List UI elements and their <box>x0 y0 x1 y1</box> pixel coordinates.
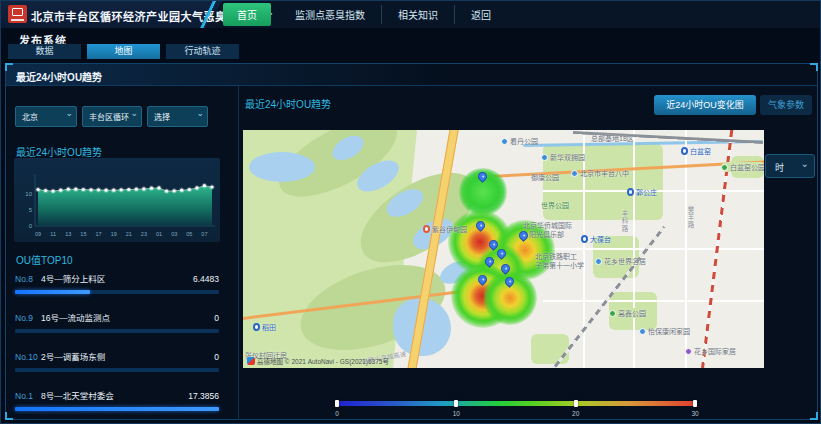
app-logo-icon <box>8 5 27 23</box>
map-label-text: 北京华侨城国际 <box>523 220 572 230</box>
header: 北京市丰台区循环经济产业园大气恶臭状况实时 首页 监测点恶臭指数 相关知识 返回 <box>1 1 821 28</box>
station-name: 16号—流动监测点 <box>41 311 214 323</box>
map-label-text: 阳光俱乐部 <box>529 229 564 239</box>
svg-text:01: 01 <box>156 231 162 237</box>
map-label-text: 子弟第十一小学 <box>535 260 584 270</box>
svg-text:03: 03 <box>171 231 177 237</box>
header-divider <box>191 1 225 28</box>
ou-trend-chart: 0510091113151719212301030507 <box>14 158 220 242</box>
filter-selects: 北京 ⌄ 丰台区循环经济产 ⌄ 选择 ⌄ <box>15 106 208 127</box>
trend-chart-title: 最近24小时OU趋势 <box>16 144 102 159</box>
main-nav: 首页 监测点恶臭指数 相关知识 返回 <box>223 1 507 28</box>
park-select-value: 丰台区循环经济产 <box>89 111 129 122</box>
map-column: 最近24小时OU趋势 近24小时OU变化图 气象参数 <box>238 86 818 420</box>
publish-tabs: 数据 地图 行动轨迹 <box>8 44 239 59</box>
map-label: 北京华侨城国际 <box>523 220 572 230</box>
rank-label: No.8 <box>15 274 41 284</box>
map-road <box>503 248 764 250</box>
attribution-text: 高德地图 © 2021 AutoNavi - GS(2021)6375号 <box>257 356 389 366</box>
legend-marker <box>335 400 339 407</box>
weather-params-button[interactable]: 气象参数 <box>760 95 812 115</box>
map-label: 花乡国际家居 <box>685 346 736 356</box>
logo-base-shape <box>11 19 24 21</box>
map-road <box>543 190 764 192</box>
legend-gradient-bar <box>337 401 695 406</box>
corner-accent <box>810 63 818 71</box>
top-list-item[interactable]: No.10 2号—调蓄场东侧 0 <box>15 350 219 383</box>
map-label-text: 白盆窑 <box>690 146 711 156</box>
map-world-park <box>543 144 663 220</box>
panel-header: 最近24小时OU趋势 <box>6 64 817 86</box>
svg-text:07: 07 <box>201 231 207 237</box>
station-name: 8号—北天堂村委会 <box>41 389 188 401</box>
nav-odor-index[interactable]: 监测点恶臭指数 <box>279 5 381 24</box>
svg-text:13: 13 <box>65 231 71 237</box>
top-list-item[interactable]: No.9 16号—流动监测点 0 <box>15 311 219 344</box>
ou-change-map-button[interactable]: 近24小时OU变化图 <box>654 95 756 115</box>
time-unit-select[interactable]: 时 ⌄ <box>765 154 815 178</box>
progress-fill <box>15 407 219 411</box>
svg-text:09: 09 <box>35 231 41 237</box>
nav-knowledge[interactable]: 相关知识 <box>381 5 454 24</box>
map-label-text: 北京铁路职工 <box>535 251 577 261</box>
station-select[interactable]: 选择 ⌄ <box>147 106 208 127</box>
ou-top-list: No.8 4号—筛分上料区 6.4483 No.9 16号—流动监测点 0 No… <box>15 266 219 424</box>
svg-text:10: 10 <box>25 191 32 197</box>
progress-fill <box>15 290 90 294</box>
progress-track <box>15 290 219 294</box>
legend-marker <box>574 400 578 407</box>
map-label: 阳光俱乐部 <box>529 229 564 239</box>
corner-accent <box>5 412 13 420</box>
rank-label: No.1 <box>15 391 41 401</box>
progress-track <box>15 329 219 333</box>
map-label: 北京铁路职工 <box>535 251 577 261</box>
nav-home[interactable]: 首页 <box>223 3 271 26</box>
station-pin-icon[interactable] <box>476 273 489 286</box>
tab-map[interactable]: 地图 <box>87 44 160 59</box>
time-unit-value: 时 <box>775 161 784 174</box>
corner-accent <box>5 63 13 71</box>
top-list-item[interactable]: No.8 4号—筛分上料区 6.4483 <box>15 272 219 305</box>
nav-back[interactable]: 返回 <box>454 5 507 24</box>
tab-track[interactable]: 行动轨迹 <box>166 44 239 59</box>
station-pin-icon[interactable] <box>474 219 487 232</box>
legend-tick-label: 0 <box>335 410 339 417</box>
station-pin-icon[interactable] <box>476 170 489 183</box>
panel-title: 最近24小时OU趋势 <box>16 69 102 84</box>
svg-text:23: 23 <box>141 231 147 237</box>
trend-chart-svg: 0510091113151719212301030507 <box>14 162 218 240</box>
tab-data[interactable]: 数据 <box>8 44 81 59</box>
station-name: 2号—调蓄场东侧 <box>41 350 214 362</box>
map-section-title: 最近24小时OU趋势 <box>245 96 331 111</box>
svg-text:05: 05 <box>186 231 192 237</box>
ou-color-legend: 0102030 <box>337 400 695 416</box>
map-park-small <box>531 334 569 364</box>
svg-text:15: 15 <box>80 231 86 237</box>
station-select-value: 选择 <box>154 111 170 122</box>
legend-marker <box>693 400 697 407</box>
city-select[interactable]: 北京 ⌄ <box>15 106 77 127</box>
map-label: 子弟第十一小学 <box>535 260 584 270</box>
city-select-value: 北京 <box>22 111 38 122</box>
top-list-item[interactable]: No.1 8号—北天堂村委会 17.3856 <box>15 389 219 422</box>
ou-value: 6.4483 <box>193 274 219 284</box>
chevron-down-icon: ⌄ <box>65 108 73 118</box>
chevron-down-icon: ⌄ <box>801 158 809 169</box>
park-select[interactable]: 丰台区循环经济产 ⌄ <box>82 106 142 127</box>
station-pin-icon[interactable] <box>503 275 516 288</box>
ou-value: 0 <box>214 352 219 362</box>
heatmap-map[interactable]: 看丹公园新华双拥园御康公园总部基地18区北京市丰台八中白盆窑白盆窑公园郭公庄丰科… <box>243 130 764 368</box>
chevron-down-icon: ⌄ <box>196 108 204 118</box>
svg-text:19: 19 <box>111 231 117 237</box>
app-root: 北京市丰台区循环经济产业园大气恶臭状况实时 首页 监测点恶臭指数 相关知识 返回… <box>0 0 821 424</box>
legend-marker <box>454 400 458 407</box>
map-attribution: 高德地图 © 2021 AutoNavi - GS(2021)6375号 <box>247 356 389 366</box>
station-pin-icon[interactable] <box>483 255 496 268</box>
station-name: 4号—筛分上料区 <box>41 272 193 284</box>
map-road <box>543 300 764 302</box>
station-pin-icon[interactable] <box>499 262 512 275</box>
main-panel: 最近24小时OU趋势 北京 ⌄ 丰台区循环经济产 ⌄ 选择 ⌄ 最近24小时OU… <box>5 63 818 420</box>
svg-text:21: 21 <box>126 231 132 237</box>
station-pin-icon[interactable] <box>517 229 530 242</box>
rank-label: No.10 <box>15 352 41 362</box>
